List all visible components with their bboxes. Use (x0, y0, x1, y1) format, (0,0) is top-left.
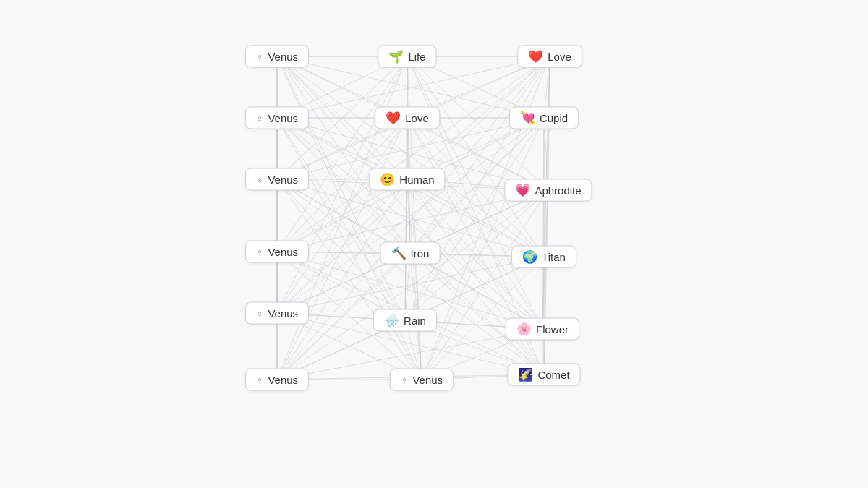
node-icon-cupid: 💘 (520, 112, 535, 124)
node-titan[interactable]: 🌍Titan (511, 246, 576, 268)
node-icon-love1: ❤️ (528, 51, 543, 63)
node-comet[interactable]: 🌠Comet (507, 364, 580, 386)
node-icon-titan: 🌍 (522, 251, 537, 263)
node-label-titan: Titan (542, 251, 566, 263)
node-icon-venus2: ♀ (256, 113, 264, 123)
node-human[interactable]: 😊Human (369, 168, 445, 191)
node-venus6[interactable]: ♀Venus (245, 369, 309, 391)
node-venus1[interactable]: ♀Venus (245, 46, 309, 68)
node-venus7[interactable]: ♀Venus (390, 369, 454, 391)
node-label-venus6: Venus (268, 374, 298, 386)
graph-container: ♀Venus🌱Life❤️Love♀Venus❤️Love💘Cupid♀Venu… (0, 0, 868, 488)
node-venus3[interactable]: ♀Venus (245, 168, 309, 191)
svg-line-40 (410, 56, 550, 253)
node-label-life: Life (408, 51, 425, 63)
node-flower[interactable]: 🌸Flower (506, 318, 579, 341)
node-label-venus2: Venus (268, 112, 298, 124)
node-label-venus3: Venus (268, 174, 298, 186)
svg-line-116 (544, 190, 548, 374)
node-label-love1: Love (548, 51, 571, 63)
node-label-love2: Love (405, 112, 429, 124)
node-label-human: Human (399, 174, 434, 186)
node-label-venus5: Venus (268, 307, 298, 320)
svg-line-114 (277, 190, 548, 380)
svg-line-26 (407, 56, 544, 257)
svg-line-96 (277, 179, 422, 380)
node-aphrodite[interactable]: 💗Aphrodite (504, 179, 592, 202)
node-icon-aphrodite: 💗 (515, 184, 530, 197)
node-icon-rain: 🌧️ (384, 314, 399, 327)
node-label-venus4: Venus (268, 246, 298, 258)
node-icon-venus5: ♀ (256, 308, 264, 318)
node-venus4[interactable]: ♀Venus (245, 241, 309, 263)
node-love1[interactable]: ❤️Love (517, 46, 582, 68)
node-love2[interactable]: ❤️Love (375, 107, 440, 129)
node-cupid[interactable]: 💘Cupid (509, 107, 579, 129)
svg-line-24 (277, 56, 407, 252)
svg-line-39 (277, 56, 550, 252)
svg-line-97 (277, 179, 544, 374)
node-icon-venus4: ♀ (256, 247, 264, 257)
node-rain[interactable]: 🌧️Rain (373, 309, 437, 332)
node-label-flower: Flower (536, 323, 569, 335)
node-icon-venus3: ♀ (256, 174, 264, 184)
node-icon-love2: ❤️ (386, 112, 401, 124)
svg-line-9 (277, 56, 410, 253)
node-icon-venus7: ♀ (401, 374, 409, 385)
svg-line-10 (277, 56, 544, 257)
node-icon-comet: 🌠 (518, 369, 533, 381)
svg-line-69 (277, 118, 407, 313)
node-label-rain: Rain (404, 314, 426, 327)
node-venus5[interactable]: ♀Venus (245, 302, 309, 325)
node-venus2[interactable]: ♀Venus (245, 107, 309, 129)
svg-line-70 (405, 118, 407, 320)
node-label-aphrodite: Aphrodite (535, 184, 581, 197)
svg-line-115 (422, 190, 548, 380)
node-icon-flower: 🌸 (516, 323, 532, 335)
svg-line-105 (277, 179, 407, 380)
svg-line-81 (277, 118, 544, 313)
svg-line-57 (277, 118, 405, 320)
svg-line-13 (277, 56, 542, 329)
svg-line-132 (277, 257, 544, 313)
svg-line-58 (277, 118, 542, 329)
node-label-iron: Iron (411, 247, 430, 260)
node-icon-venus1: ♀ (256, 51, 264, 61)
node-label-venus7: Venus (412, 374, 443, 386)
node-icon-iron: 🔨 (391, 247, 407, 260)
svg-line-82 (405, 118, 544, 320)
svg-line-71 (407, 118, 542, 329)
svg-line-107 (407, 179, 544, 374)
node-label-cupid: Cupid (540, 112, 568, 124)
node-icon-human: 😊 (380, 174, 395, 186)
node-icon-life: 🌱 (388, 51, 404, 63)
svg-line-25 (407, 56, 410, 253)
svg-line-106 (407, 179, 422, 380)
node-label-venus1: Venus (268, 51, 298, 63)
svg-line-83 (542, 118, 544, 329)
node-label-comet: Comet (537, 369, 569, 381)
svg-line-41 (544, 56, 550, 257)
node-iron[interactable]: 🔨Iron (380, 242, 441, 265)
node-icon-venus6: ♀ (256, 374, 264, 385)
node-life[interactable]: 🌱Life (378, 46, 436, 68)
